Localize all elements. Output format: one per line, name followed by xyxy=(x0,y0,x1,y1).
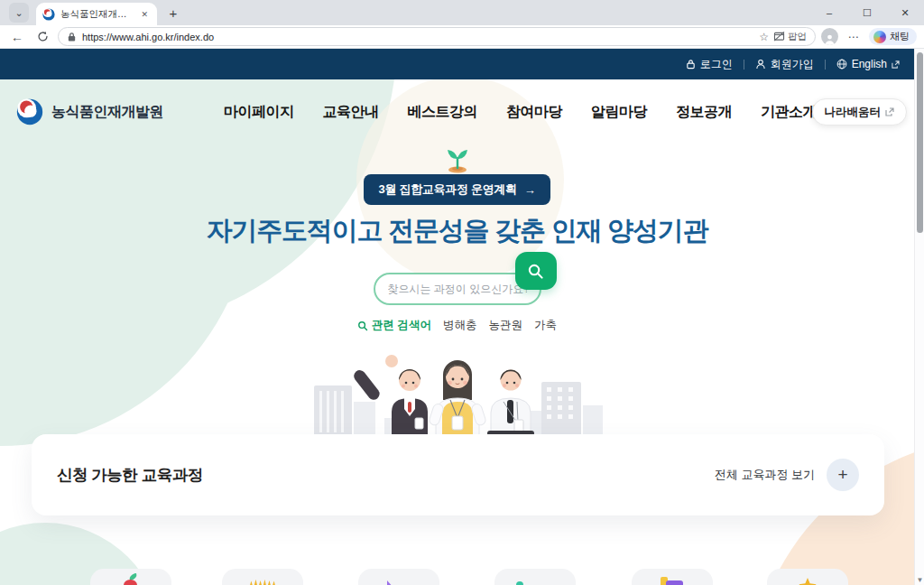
notice-badge-button[interactable]: 3월 집합교육과정 운영계획 → xyxy=(364,174,551,205)
keyword-link[interactable]: 농관원 xyxy=(488,318,522,333)
search-button[interactable] xyxy=(515,252,557,290)
search-icon xyxy=(357,320,368,331)
arrow-right-icon: → xyxy=(524,183,536,197)
utility-bar: 로그인 회원가입 English xyxy=(0,49,914,79)
category-card[interactable] xyxy=(358,569,439,585)
divider xyxy=(825,60,826,70)
related-keywords: 관련 검색어 병해충 농관원 가축 xyxy=(0,318,914,333)
close-icon[interactable]: ✕ xyxy=(886,0,924,25)
category-card[interactable] xyxy=(222,569,303,585)
person-icon xyxy=(755,59,766,70)
nav-disclosure[interactable]: 정보공개 xyxy=(676,103,732,122)
signup-link[interactable]: 회원가입 xyxy=(755,57,814,72)
box-icon xyxy=(661,577,684,585)
new-tab-button[interactable]: + xyxy=(162,2,184,23)
external-link-icon xyxy=(885,107,894,116)
plus-icon: + xyxy=(837,465,847,485)
nav-best-lectures[interactable]: 베스트강의 xyxy=(408,103,478,122)
browser-toolbar: ← https://www.ahi.go.kr/index.do ☆ 팝업 xyxy=(0,25,924,49)
nara-label: 나라배움터 xyxy=(825,105,882,120)
english-label: English xyxy=(852,58,887,70)
profile-avatar[interactable] xyxy=(821,28,838,45)
chat-label: 채팅 xyxy=(890,30,910,43)
people-illustration xyxy=(309,342,606,436)
scrollbar-thumb[interactable] xyxy=(917,52,923,233)
keyword-link[interactable]: 병해충 xyxy=(443,318,477,333)
external-link-icon xyxy=(892,60,900,69)
hero-title: 자기주도적이고 전문성을 갖춘 인재 양성기관 xyxy=(0,213,914,249)
browser-menu-icon[interactable]: ⋯ xyxy=(844,27,864,47)
category-card[interactable] xyxy=(494,569,576,585)
back-icon[interactable]: ← xyxy=(7,27,27,47)
course-search xyxy=(374,273,541,305)
wheat-icon xyxy=(249,578,276,585)
person-icon xyxy=(824,33,836,45)
category-card[interactable] xyxy=(632,569,713,585)
nav-participation[interactable]: 참여마당 xyxy=(506,103,562,122)
search-icon xyxy=(527,263,544,280)
popup-label: 팝업 xyxy=(788,31,807,43)
scroll-down-icon[interactable]: ▼ xyxy=(915,576,924,584)
bookmark-star-icon[interactable]: ☆ xyxy=(759,31,769,43)
page-content: 로그인 회원가입 English xyxy=(0,49,914,585)
browser-window: ⌄ 농식품인재개발원 ✕ + – ☐ ✕ ← xyxy=(0,0,924,585)
nav-notice[interactable]: 알림마당 xyxy=(591,103,647,122)
chevron-down-icon: ⌄ xyxy=(14,7,23,19)
available-courses-card: 신청 가능한 교육과정 전체 교육과정 보기 + xyxy=(32,434,884,515)
notice-label: 3월 집합교육과정 운영계획 xyxy=(379,181,517,198)
tab-close-icon[interactable]: ✕ xyxy=(138,9,151,20)
nav-mypage[interactable]: 마이페이지 xyxy=(224,103,294,122)
minimize-icon[interactable]: – xyxy=(810,0,848,25)
copilot-icon xyxy=(873,31,886,43)
signup-label: 회원가입 xyxy=(771,57,814,72)
related-label: 관련 검색어 xyxy=(357,318,431,333)
star-icon xyxy=(799,578,817,585)
seed-icon xyxy=(516,581,523,585)
popup-blocked-icon xyxy=(773,32,785,42)
maximize-icon[interactable]: ☐ xyxy=(848,0,886,25)
view-all-plus-button[interactable]: + xyxy=(827,459,859,491)
login-label: 로그인 xyxy=(700,57,733,72)
section-title: 신청 가능한 교육과정 xyxy=(57,464,203,486)
divider xyxy=(744,60,744,70)
site-header: 농식품인재개발원 마이페이지 교육안내 베스트강의 참여마당 알림마당 정보공개… xyxy=(0,79,914,144)
address-bar[interactable]: https://www.ahi.go.kr/index.do ☆ 팝업 xyxy=(58,27,816,46)
tab-search-button[interactable]: ⌄ xyxy=(9,3,29,23)
main-navigation: 마이페이지 교육안내 베스트강의 참여마당 알림마당 정보공개 기관소개 xyxy=(224,79,817,144)
chart-icon xyxy=(387,577,411,585)
tab-strip: ⌄ 농식품인재개발원 ✕ + – ☐ ✕ xyxy=(0,0,924,25)
lock-icon xyxy=(686,59,696,70)
english-link[interactable]: English xyxy=(836,58,900,70)
site-logo[interactable]: 농식품인재개발원 xyxy=(16,98,163,125)
gov-favicon-icon xyxy=(42,8,55,21)
browser-tab[interactable]: 농식품인재개발원 ✕ xyxy=(36,3,157,25)
nav-education[interactable]: 교육안내 xyxy=(323,103,379,122)
category-card[interactable] xyxy=(767,569,848,585)
gov-emblem-icon xyxy=(16,98,43,125)
category-card[interactable] xyxy=(90,569,171,585)
url-text: https://www.ahi.go.kr/index.do xyxy=(82,32,753,42)
lock-icon xyxy=(67,32,77,42)
nara-learning-button[interactable]: 나라배움터 xyxy=(812,98,908,125)
view-all-courses[interactable]: 전체 교육과정 보기 + xyxy=(715,459,859,491)
keyword-link[interactable]: 가축 xyxy=(534,318,557,333)
login-link[interactable]: 로그인 xyxy=(686,57,733,72)
sprout-icon xyxy=(443,144,472,173)
page-scrollbar[interactable]: ▼ xyxy=(914,49,924,585)
globe-icon xyxy=(836,59,847,70)
view-all-label: 전체 교육과정 보기 xyxy=(715,467,815,483)
nav-about[interactable]: 기관소개 xyxy=(761,103,817,122)
copilot-chat-button[interactable]: 채팅 xyxy=(869,28,917,45)
refresh-icon[interactable] xyxy=(32,27,52,47)
apple-icon xyxy=(123,574,139,585)
logo-text: 농식품인재개발원 xyxy=(51,103,163,122)
tab-title: 농식품인재개발원 xyxy=(60,8,133,21)
popup-blocked-indicator[interactable]: 팝업 xyxy=(773,31,807,43)
